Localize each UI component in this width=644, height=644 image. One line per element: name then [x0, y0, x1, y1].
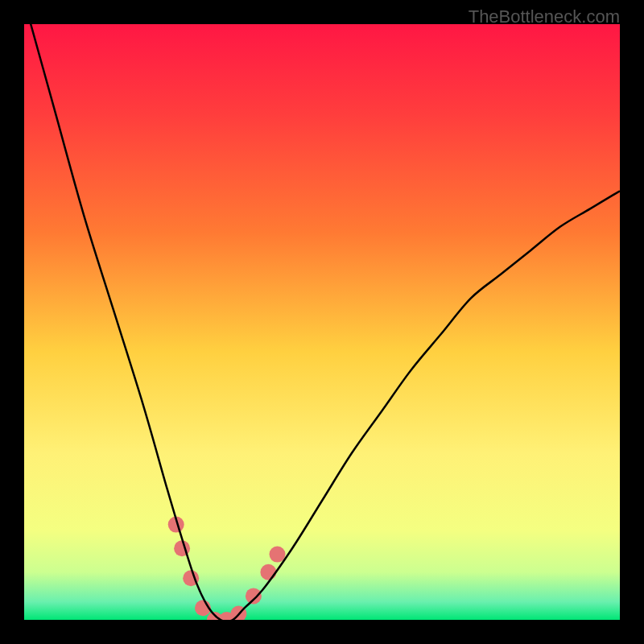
plot-area [24, 24, 620, 620]
curve-marker [260, 564, 276, 580]
curve-marker [270, 547, 286, 563]
markers-group [168, 517, 286, 620]
watermark-text: TheBottleneck.com [469, 6, 620, 27]
bottleneck-curve [24, 24, 620, 620]
curve-layer [24, 24, 620, 620]
curve-marker [246, 588, 262, 604]
chart-container: TheBottleneck.com [0, 0, 644, 644]
